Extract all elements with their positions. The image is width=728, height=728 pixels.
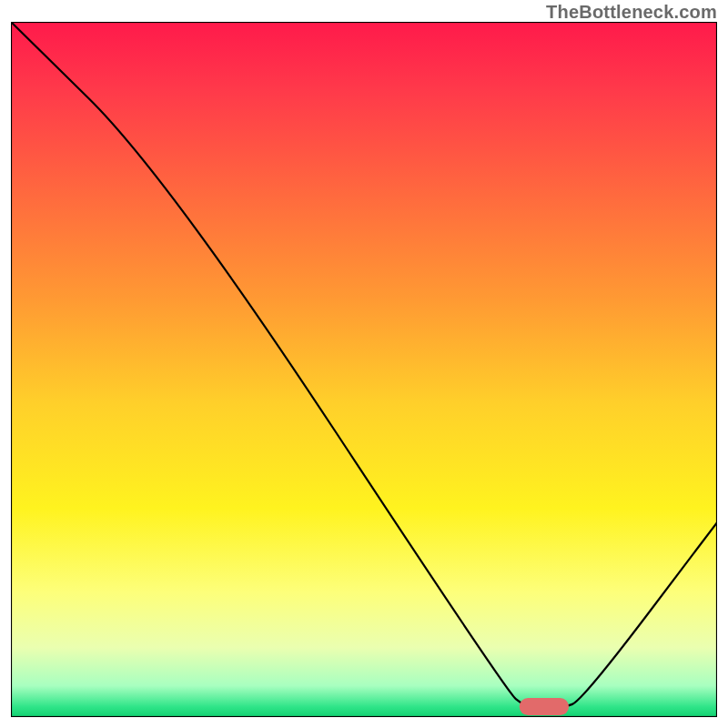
- chart-svg: [11, 22, 717, 717]
- watermark-label: TheBottleneck.com: [546, 2, 717, 23]
- bottleneck-chart: TheBottleneck.com: [0, 0, 728, 728]
- gradient-background: [11, 22, 717, 717]
- optimal-range-marker: [520, 698, 569, 715]
- plot-area: [11, 22, 717, 717]
